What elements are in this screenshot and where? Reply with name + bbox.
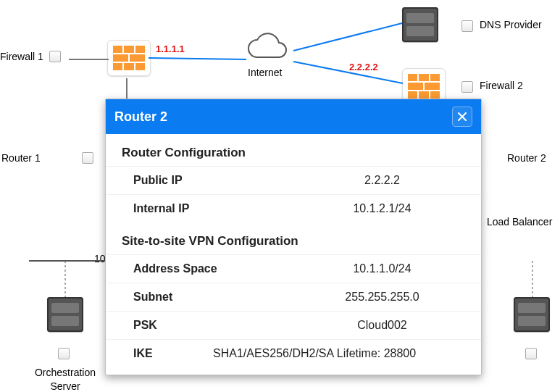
ike-value: SHA1/AES256/DH2/SA Lifetime: 28800 (213, 347, 465, 360)
row-ike: IKE SHA1/AES256/DH2/SA Lifetime: 28800 (106, 339, 481, 367)
public-ip-value: 2.2.2.2 (299, 174, 465, 187)
row-subnet: Subnet 255.255.255.0 (106, 283, 481, 311)
row-address-space: Address Space 10.1.1.0/24 (106, 254, 481, 283)
section-vpn-config: Site-to-site VPN Configuration (106, 222, 481, 254)
row-psk: PSK Cloud002 (106, 311, 481, 339)
internal-ip-label: Internal IP (133, 202, 299, 215)
psk-label: PSK (133, 319, 299, 332)
public-ip-label: Public IP (133, 174, 299, 187)
svg-line-3 (293, 62, 403, 83)
close-icon (458, 112, 467, 121)
svg-line-2 (293, 23, 402, 51)
section-router-config: Router Configuration (106, 138, 481, 166)
psk-value: Cloud002 (299, 319, 465, 332)
close-button[interactable] (452, 107, 472, 127)
svg-line-1 (149, 58, 246, 59)
subnet-label: Subnet (133, 291, 299, 304)
dialog-title: Router 2 (114, 109, 167, 125)
address-space-label: Address Space (133, 262, 299, 275)
ike-label: IKE (133, 347, 213, 360)
router2-dialog: Router 2 Router Configuration Public IP … (105, 99, 482, 375)
address-space-value: 10.1.1.0/24 (299, 262, 465, 275)
subnet-value: 255.255.255.0 (299, 291, 465, 304)
row-public-ip: Public IP 2.2.2.2 (106, 166, 481, 194)
row-internal-ip: Internal IP 10.1.2.1/24 (106, 194, 481, 222)
internal-ip-value: 10.1.2.1/24 (299, 202, 465, 215)
